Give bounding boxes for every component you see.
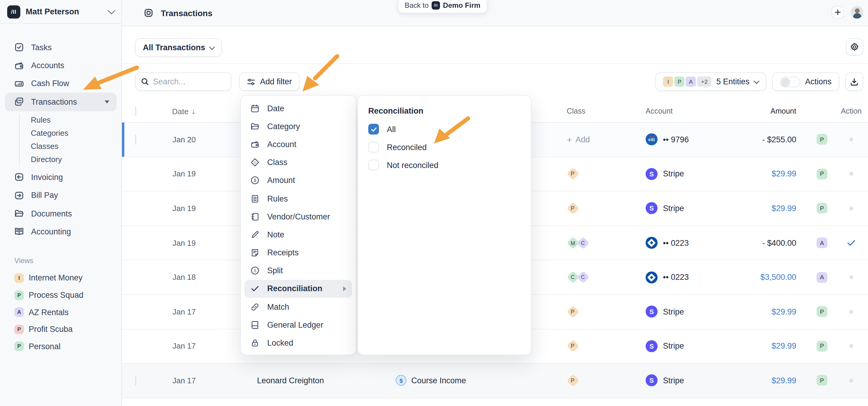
sidebar-subitem-rules[interactable]: Rules <box>20 113 121 126</box>
menu-item-label: Note <box>267 230 350 239</box>
topbar-actions <box>832 6 863 19</box>
sidebar-item-cash-flow[interactable]: Cash Flow <box>5 75 117 93</box>
add-button[interactable] <box>832 6 844 19</box>
option-all[interactable]: All <box>368 124 531 134</box>
cell-date: Jan 19 <box>154 238 214 247</box>
cell-account: Stripe <box>663 204 684 213</box>
stripe-icon: S <box>646 168 658 180</box>
sidebar-item-invoicing[interactable]: Invoicing <box>5 168 117 186</box>
view-item-personal[interactable]: P Personal <box>0 338 121 355</box>
view-selector-dropdown[interactable]: All Transactions <box>135 38 222 57</box>
entity-badge: A <box>686 76 696 87</box>
folder-icon <box>250 122 259 131</box>
row-action[interactable] <box>838 275 864 279</box>
column-header-amount[interactable]: Amount <box>745 107 796 116</box>
stripe-icon: S <box>646 202 658 214</box>
sidebar-item-documents[interactable]: Documents <box>5 205 117 223</box>
cell-account: Stripe <box>663 307 684 316</box>
checkbox-all[interactable] <box>368 124 379 134</box>
workspace-switcher[interactable]: /II Matt Peterson <box>0 0 121 24</box>
select-all-checkbox[interactable] <box>135 106 136 116</box>
row-action[interactable] <box>838 344 864 348</box>
filter-menu-item-general-ledger[interactable]: General Ledger <box>241 316 356 334</box>
filter-menu-item-match[interactable]: Match <box>241 298 356 316</box>
view-item-process-squad[interactable]: P Process Squad <box>0 287 121 304</box>
link-icon <box>250 302 259 311</box>
sidebar-item-transactions[interactable]: Transactions <box>5 93 117 111</box>
class-badge: C <box>577 237 589 249</box>
back-to-firm-banner[interactable]: Back to /II Demo Firm <box>398 0 487 13</box>
cell-amount: $29.99 <box>745 204 796 213</box>
actions-toggle-pill[interactable]: Actions <box>772 72 839 91</box>
option-label: Reconciled <box>387 143 427 152</box>
filter-menu-item-receipts[interactable]: Receipts <box>241 244 356 261</box>
digits-logo-icon: /II <box>432 1 440 9</box>
option-reconciled[interactable]: Reconciled <box>368 142 531 153</box>
table-row[interactable]: Jan 17 Leonard Creighton $ Course Income… <box>122 364 868 398</box>
filter-menu-item-reconciliation[interactable]: Reconciliation <box>245 280 352 298</box>
column-header-class[interactable]: Class <box>564 107 636 116</box>
sidebar-item-accounting[interactable]: Accounting <box>5 223 117 241</box>
sidebar-subitem-directory[interactable]: Directory <box>20 153 121 166</box>
row-action[interactable] <box>838 206 864 211</box>
add-class-button[interactable]: +Add <box>567 135 590 144</box>
chevron-down-icon <box>107 7 115 14</box>
row-checkbox[interactable] <box>135 375 136 386</box>
sidebar-item-bill-pay[interactable]: Bill Pay <box>5 186 117 205</box>
sidebar-item-label: Transactions <box>31 97 104 106</box>
split-circle-icon: S <box>250 267 259 275</box>
menu-item-label: Amount <box>267 176 350 185</box>
search-icon <box>141 78 149 86</box>
row-action[interactable] <box>838 310 864 314</box>
menu-item-label: Class <box>267 158 350 167</box>
invoicing-icon <box>14 173 24 182</box>
column-header-account[interactable]: Account <box>637 107 745 116</box>
svg-text:S: S <box>253 268 256 273</box>
sidebar-item-tasks[interactable]: Tasks <box>5 38 117 57</box>
filter-menu-item-split[interactable]: S Split <box>241 261 356 280</box>
checkbox-reconciled[interactable] <box>368 142 379 153</box>
sidebar-nav: Tasks Accounts Cash Flow Transactions Ru… <box>0 24 121 355</box>
entity-badge: I <box>663 76 673 87</box>
view-item-az-rentals[interactable]: A AZ Rentals <box>0 304 121 321</box>
filter-menu-item-category[interactable]: Category <box>241 117 356 135</box>
row-checkbox[interactable] <box>135 134 136 145</box>
filter-menu-item-class[interactable]: c Class <box>241 153 356 171</box>
view-label: Internet Money <box>29 274 83 283</box>
search-box[interactable] <box>135 72 231 91</box>
actions-toggle[interactable] <box>780 76 800 87</box>
row-action[interactable] <box>838 238 864 248</box>
view-settings-button[interactable] <box>846 38 863 56</box>
check-icon <box>370 126 377 132</box>
column-header-date[interactable]: Date ↓ <box>154 107 214 116</box>
filter-menu-item-account[interactable]: Account <box>241 135 356 153</box>
filter-menu-item-locked[interactable]: Locked <box>241 334 356 352</box>
view-item-internet-money[interactable]: I Internet Money <box>0 269 121 286</box>
export-button[interactable] <box>845 72 863 91</box>
reconciled-check-icon <box>846 238 856 248</box>
sidebar-toggle-icon[interactable] <box>144 8 154 18</box>
filter-menu-item-date[interactable]: Date <box>241 99 356 117</box>
view-item-profit-scuba[interactable]: P Profit Scuba <box>0 321 121 338</box>
filter-menu-item-amount[interactable]: $ Amount <box>241 171 356 190</box>
checkbox-not-reconciled[interactable] <box>368 160 379 170</box>
row-action[interactable] <box>838 172 864 176</box>
sidebar-item-accounts[interactable]: Accounts <box>5 57 117 75</box>
entities-dropdown[interactable]: I P A +2 5 Entities <box>655 72 766 91</box>
row-action[interactable] <box>838 378 864 383</box>
sidebar-subitem-categories[interactable]: Categories <box>20 126 121 139</box>
filter-menu-item-rules[interactable]: Rules <box>241 190 356 208</box>
menu-item-label: Account <box>267 140 350 149</box>
search-input[interactable] <box>153 77 225 86</box>
filter-menu-item-note[interactable]: Note <box>241 226 356 244</box>
wallet-icon <box>14 61 24 70</box>
row-action[interactable] <box>838 137 864 142</box>
topbar: Transactions <box>122 0 868 26</box>
filter-menu-item-vendor-customer[interactable]: Vendor/Customer <box>241 208 356 225</box>
user-avatar[interactable] <box>851 6 863 19</box>
sidebar-subitem-classes[interactable]: Classes <box>20 139 121 153</box>
add-filter-button[interactable]: Add filter <box>239 72 300 91</box>
option-label: All <box>387 125 396 134</box>
option-not-reconciled[interactable]: Not reconciled <box>368 160 531 170</box>
view-badge: I <box>14 273 24 283</box>
